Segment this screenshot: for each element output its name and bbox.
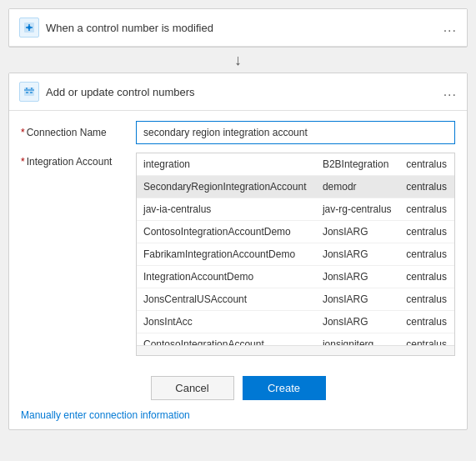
resource-group-cell: B2BIntegration — [316, 153, 399, 176]
connection-name-row: *Connection Name — [21, 121, 455, 144]
action-icon — [19, 82, 39, 102]
action-menu[interactable]: ... — [443, 84, 457, 99]
region-cell: centralus — [399, 221, 454, 243]
integration-account-table-wrapper: integrationB2BIntegrationcentralusSecond… — [136, 153, 455, 356]
required-star-1: * — [21, 127, 25, 138]
trigger-menu[interactable]: ... — [443, 20, 457, 35]
bottom-scrollbar[interactable] — [137, 345, 454, 355]
create-button[interactable]: Create — [243, 376, 326, 400]
table-row[interactable]: IntegrationAccountDemoJonsIARGcentralus — [137, 266, 454, 288]
action-title: Add or update control numbers — [46, 86, 437, 98]
manual-entry-link[interactable]: Manually enter connection information — [21, 409, 190, 421]
resource-group-cell: JonsIARG — [316, 311, 399, 333]
svg-rect-2 — [24, 88, 34, 96]
account-name-cell: FabrikamIntegrationAccountDemo — [137, 243, 316, 266]
resource-group-cell: JonsIARG — [316, 221, 399, 243]
resource-group-cell: JonsIARG — [316, 266, 399, 288]
account-name-cell: SecondaryRegionIntegrationAccount — [137, 176, 316, 198]
arrow-connector: ↓ — [8, 48, 468, 73]
resource-group-cell: demodr — [316, 176, 399, 198]
resource-group-cell: JonsIARG — [316, 288, 399, 311]
button-row: Cancel Create — [21, 376, 455, 400]
manual-link-container: Manually enter connection information — [21, 408, 455, 421]
table-row[interactable]: ContosoIntegrationAccountDemoJonsIARGcen… — [137, 221, 454, 243]
account-name-cell: JonsIntAcc — [137, 311, 316, 333]
table-row[interactable]: JonsIntAccJonsIARGcentralus — [137, 311, 454, 333]
trigger-icon — [19, 18, 39, 38]
cancel-button[interactable]: Cancel — [151, 376, 234, 400]
svg-rect-4 — [30, 92, 33, 93]
table-row[interactable]: jav-ia-centralusjav-rg-centraluscentralu… — [137, 198, 454, 221]
table-row[interactable]: SecondaryRegionIntegrationAccountdemodrc… — [137, 176, 454, 198]
resource-group-cell: jonsigniterg — [316, 333, 399, 346]
resource-group-cell: jav-rg-centralus — [316, 198, 399, 221]
table-row[interactable]: FabrikamIntegrationAccountDemoJonsIARGce… — [137, 243, 454, 266]
region-cell: centralus — [399, 333, 454, 346]
region-cell: centralus — [399, 198, 454, 221]
region-cell: centralus — [399, 243, 454, 266]
account-name-cell: ContosoIntegrationAccountDemo — [137, 221, 316, 243]
account-name-cell: jav-ia-centralus — [137, 198, 316, 221]
trigger-card: When a control number is modified ... — [8, 8, 468, 48]
action-card: Add or update control numbers ... *Conne… — [8, 73, 468, 430]
trigger-title: When a control number is modified — [46, 22, 437, 34]
integration-account-label: *Integration Account — [21, 153, 129, 168]
accounts-table: integrationB2BIntegrationcentralusSecond… — [137, 153, 454, 345]
table-row[interactable]: ContosoIntegrationAccountjonsignitergcen… — [137, 333, 454, 346]
action-header: Add or update control numbers ... — [9, 73, 467, 111]
account-name-cell: IntegrationAccountDemo — [137, 266, 316, 288]
form-footer: Cancel Create Manually enter connection … — [9, 364, 467, 429]
table-scroll[interactable]: integrationB2BIntegrationcentralusSecond… — [137, 153, 454, 345]
region-cell: centralus — [399, 176, 454, 198]
integration-account-row: *Integration Account integrationB2BInteg… — [21, 153, 455, 356]
account-name-cell: JonsCentralUSAccount — [137, 288, 316, 311]
connection-name-input[interactable] — [136, 121, 455, 144]
required-star-2: * — [21, 156, 25, 168]
account-name-cell: ContosoIntegrationAccount — [137, 333, 316, 346]
region-cell: centralus — [399, 311, 454, 333]
region-cell: centralus — [399, 153, 454, 176]
main-container: When a control number is modified ... ↓ … — [0, 0, 476, 461]
region-cell: centralus — [399, 266, 454, 288]
svg-rect-3 — [26, 92, 28, 93]
region-cell: centralus — [399, 288, 454, 311]
connection-name-label: *Connection Name — [21, 127, 129, 138]
trigger-header: When a control number is modified ... — [9, 9, 467, 47]
table-row[interactable]: integrationB2BIntegrationcentralus — [137, 153, 454, 176]
table-row[interactable]: JonsCentralUSAccountJonsIARGcentralus — [137, 288, 454, 311]
form-body: *Connection Name *Integration Account in… — [9, 111, 467, 356]
resource-group-cell: JonsIARG — [316, 243, 399, 266]
svg-point-1 — [28, 26, 31, 29]
down-arrow-icon: ↓ — [234, 52, 242, 69]
account-name-cell: integration — [137, 153, 316, 176]
